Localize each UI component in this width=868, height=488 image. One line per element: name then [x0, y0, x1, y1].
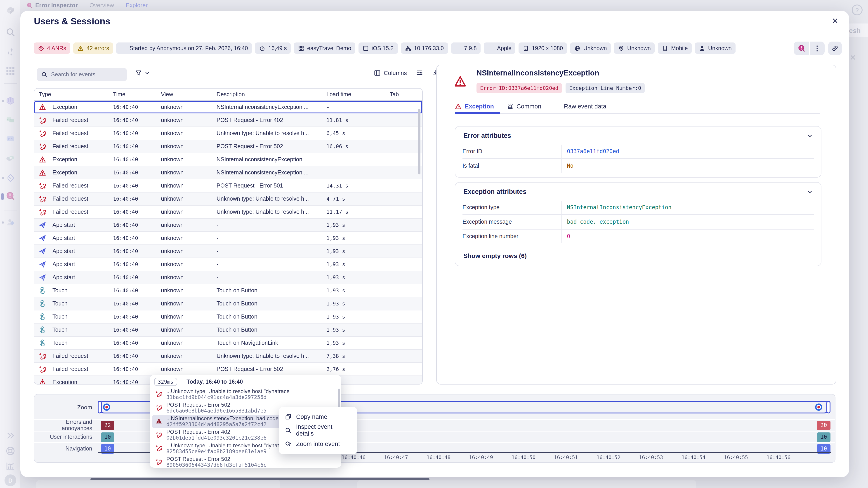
session-badge[interactable]: Unknown: [614, 42, 655, 54]
sidebar-item-hub-icon[interactable]: [5, 96, 16, 106]
session-badge[interactable]: 16,49 s: [255, 42, 291, 54]
search-icon[interactable]: [5, 27, 16, 37]
app-grid-icon[interactable]: [5, 66, 16, 76]
row-density-button[interactable]: [416, 69, 423, 76]
avatar[interactable]: D: [4, 475, 16, 486]
tab-error-inspector[interactable]: Error Inspector: [26, 2, 78, 8]
sidebar-item-dashboards-icon[interactable]: [5, 114, 16, 124]
table-row[interactable]: App start 16:40:40 unknown - 1,93 s: [34, 271, 422, 284]
session-badge[interactable]: iOS 15.2: [359, 42, 398, 54]
session-badge[interactable]: 10.176.33.0: [401, 42, 448, 54]
table-row[interactable]: Touch 16:40:40 unknown Touch on Button 1…: [34, 284, 422, 297]
table-row[interactable]: Touch 16:40:40 unknown Touch on Button 1…: [34, 311, 422, 324]
zoom-handle-right[interactable]: [827, 401, 831, 414]
table-row[interactable]: App start 16:40:40 unknown - 1,93 s: [34, 232, 422, 245]
cell-view: unknown: [161, 287, 217, 294]
background-close-icon[interactable]: ✕: [850, 53, 856, 62]
tab-icon: [554, 103, 561, 109]
table-row[interactable]: Failed request 16:40:40 unknown POST Req…: [34, 140, 422, 153]
sidebar-item-users-icon[interactable]: [5, 217, 16, 227]
session-badge[interactable]: Started by Anonymous on 27. Feb. 2026, 1…: [116, 42, 252, 54]
refresh-button-partial[interactable]: esh: [846, 24, 868, 37]
detail-tab[interactable]: Raw event data: [554, 100, 607, 112]
columns-button[interactable]: Columns: [374, 69, 407, 76]
close-icon[interactable]: ✕: [832, 16, 838, 26]
session-badge[interactable]: 42 errors: [73, 42, 113, 54]
popup-event-item[interactable]: ...Unknown type: Unable to resolve host …: [152, 388, 339, 401]
tab-overview[interactable]: Overview: [90, 2, 114, 8]
popup-event-item[interactable]: POST Request - Error 502 890503606443437…: [152, 455, 339, 468]
usage-chart-icon[interactable]: [5, 461, 16, 471]
help-button[interactable]: ?: [852, 4, 863, 15]
show-empty-rows-link[interactable]: Show empty rows (6): [455, 248, 821, 266]
count-badge-left[interactable]: 10: [101, 444, 114, 453]
session-badge[interactable]: 1920 x 1080: [519, 42, 567, 54]
session-badge[interactable]: Unknown: [695, 42, 736, 54]
popup-scrollbar[interactable]: [338, 389, 340, 409]
cell-load-time: 11,81 s: [327, 117, 390, 123]
dynatrace-logo-icon[interactable]: [5, 5, 16, 15]
collapse-chevron-icon[interactable]: [807, 133, 813, 138]
table-row[interactable]: Touch 16:40:40 unknown Touch on Navigati…: [34, 337, 422, 350]
count-badge-right[interactable]: 10: [817, 432, 831, 442]
event-type-icon: [39, 313, 46, 320]
menu-item[interactable]: Inspect event details: [279, 423, 357, 437]
cell-time: 16:40:40: [113, 209, 161, 215]
error-inspector-button[interactable]: [794, 41, 809, 55]
menu-item[interactable]: Copy name: [279, 410, 357, 423]
table-row[interactable]: Failed request 16:40:40 unknown POST Req…: [34, 180, 422, 193]
zoom-handle-left[interactable]: [98, 401, 102, 414]
table-row[interactable]: Failed request 16:40:40 unknown Unknown …: [34, 193, 422, 205]
count-badge-right[interactable]: 10: [817, 444, 831, 453]
search-input[interactable]: Search for events: [37, 68, 127, 81]
more-options-button[interactable]: ⋮: [810, 41, 825, 55]
tab-explorer[interactable]: Explorer: [126, 2, 148, 8]
session-badge[interactable]: Unknown: [570, 42, 611, 54]
count-badge-left[interactable]: 10: [101, 432, 114, 442]
table-row[interactable]: Failed request 16:40:40 unknown Unknown …: [34, 205, 422, 219]
table-row[interactable]: Touch 16:40:40 unknown Touch on Button 1…: [34, 324, 422, 337]
count-badge-right[interactable]: 20: [817, 420, 831, 430]
session-badge[interactable]: 7.9.8: [451, 42, 481, 54]
session-badge[interactable]: Apple: [484, 42, 516, 54]
menu-item[interactable]: Zoom into event: [279, 437, 357, 451]
header-divider: [20, 35, 849, 35]
notification-dot: [2, 177, 4, 180]
table-row[interactable]: App start 16:40:40 unknown - 1,93 s: [34, 219, 422, 232]
detail-tab[interactable]: Exception: [455, 100, 494, 112]
detail-tab[interactable]: Common: [506, 100, 541, 112]
filter-button[interactable]: [135, 70, 150, 76]
table-row[interactable]: Failed request 16:40:40 unknown Unknown …: [34, 350, 422, 363]
table-row[interactable]: Failed request 16:40:40 unknown POST Req…: [34, 114, 422, 127]
sidebar-item-diagnostics-icon[interactable]: [5, 173, 16, 183]
sidebar-item-services-icon[interactable]: [5, 153, 16, 163]
table-scrollbar[interactable]: [418, 109, 421, 174]
column-header-view[interactable]: View: [161, 91, 217, 98]
help-lifebuoy-icon[interactable]: [5, 446, 16, 456]
session-badge[interactable]: Mobile: [658, 42, 692, 54]
session-badge[interactable]: 4 ANRs: [34, 42, 70, 54]
badge-label: iOS 15.2: [372, 45, 394, 51]
session-badge[interactable]: easyTravel Demo: [294, 42, 355, 54]
sidebar-item-workflows-icon[interactable]: [5, 134, 16, 144]
table-row[interactable]: Failed request 16:40:40 unknown POST Req…: [34, 363, 422, 376]
column-header-description[interactable]: Description: [217, 91, 327, 98]
table-row[interactable]: Exception 16:40:40 unknown NSInternalInc…: [34, 153, 422, 166]
table-row[interactable]: Touch 16:40:40 unknown Touch on Button 1…: [34, 297, 422, 311]
column-header-tab[interactable]: Tab: [390, 91, 422, 98]
column-header-load-time[interactable]: Load time: [327, 91, 390, 98]
collapse-chevron-icon[interactable]: [807, 189, 813, 195]
cell-description: -: [217, 261, 327, 267]
table-row[interactable]: App start 16:40:40 unknown - 1,93 s: [34, 245, 422, 258]
column-header-time[interactable]: Time: [113, 91, 161, 98]
count-badge-left[interactable]: 22: [101, 420, 114, 430]
expand-sidebar-icon[interactable]: [5, 431, 16, 441]
table-row[interactable]: App start 16:40:40 unknown - 1,93 s: [34, 258, 422, 271]
table-row[interactable]: Failed request 16:40:40 unknown Unknown …: [34, 127, 422, 140]
copy-link-button[interactable]: [828, 41, 842, 55]
sparkles-icon[interactable]: [5, 47, 16, 57]
table-row[interactable]: Exception 16:40:40 unknown NSInternalInc…: [34, 166, 422, 180]
table-row[interactable]: Exception 16:40:40 unknown NSInternalInc…: [34, 101, 422, 114]
sidebar-item-error-inspector-icon[interactable]: [5, 191, 16, 201]
column-header-type[interactable]: Type: [39, 91, 113, 98]
